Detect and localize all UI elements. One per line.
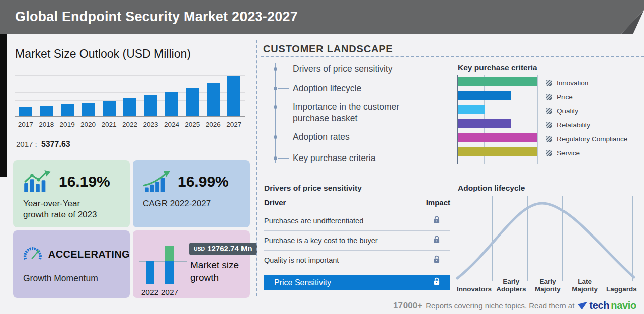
driver-label: Purchase is a key cost to the buyer xyxy=(264,237,378,245)
customer-landscape-title: CUSTOMER LANDSCAPE xyxy=(263,43,393,55)
growth-momentum-card: ACCELERATING Growth Momentum xyxy=(13,230,130,298)
cagr-value: 16.99% xyxy=(178,173,229,190)
key-purchase-criteria-title: Key purchase criteria xyxy=(458,63,537,72)
stage-label: Early Adopters xyxy=(493,278,529,293)
legend-label: Service xyxy=(557,149,580,157)
legend-swatch-icon xyxy=(546,80,552,86)
legend-item: Service xyxy=(546,146,627,160)
year-label: 2020 xyxy=(77,121,98,128)
legend-swatch-icon xyxy=(546,136,552,142)
year-label: 2017 xyxy=(15,121,36,128)
footer-text: Reports covering niche topics. Read them… xyxy=(426,301,574,310)
chart-column xyxy=(99,101,119,116)
legend-swatch-icon xyxy=(546,122,552,128)
cagr-card: 16.99% CAGR 2022-2027 xyxy=(133,160,250,227)
year-2027-label: 2027 xyxy=(158,288,181,297)
year-label: 2022 xyxy=(119,121,140,128)
price-sensitivity-title: Drivers of price sensitivity xyxy=(264,184,362,193)
year-label: 2024 xyxy=(161,121,182,128)
adoption-lifecycle-title: Adoption lifecycle xyxy=(458,184,525,193)
legend-swatch-icon xyxy=(546,108,552,114)
driver-column-header: Driver xyxy=(264,198,286,207)
year-label: 2025 xyxy=(182,121,203,128)
bar-2022 xyxy=(146,261,154,284)
market-size-bars xyxy=(15,75,245,116)
year-label: 2018 xyxy=(36,121,56,128)
growth-label-line1: Market size xyxy=(190,259,239,271)
report-count: 17000+ xyxy=(393,301,422,311)
table-rows: Purchases are undifferentiatedPurchase i… xyxy=(264,211,450,270)
market-size-bar xyxy=(103,101,116,116)
yoy-card-row: 16.19% xyxy=(23,170,130,193)
table-header: Driver Impact xyxy=(264,198,450,211)
driver-label: Purchases are undifferentiated xyxy=(264,217,363,225)
momentum-value: ACCELERATING xyxy=(48,249,130,260)
technavio-arrow-icon xyxy=(578,301,588,310)
legend-label: Quality xyxy=(557,107,578,115)
year-label: 2027 xyxy=(224,121,245,128)
legend-label: Price xyxy=(557,93,573,101)
adoption-lifecycle-chart xyxy=(456,195,640,282)
market-size-bar xyxy=(165,92,178,116)
growth-label-line2: growth xyxy=(190,271,239,284)
growth-mini-chart xyxy=(139,242,189,288)
landscape-list-item: Key purchase criteria xyxy=(274,152,415,164)
key-purchase-criteria-chart xyxy=(457,75,538,164)
chart-column xyxy=(36,106,56,116)
legend-item: Innovation xyxy=(546,75,627,90)
criteria-bar xyxy=(458,91,511,100)
market-size-chart xyxy=(15,75,245,117)
bar-2027-base xyxy=(165,261,174,284)
landscape-list-item: Drivers of price sensitivity xyxy=(274,63,415,75)
market-size-growth-card: 2022 2027 USD12762.74 Mn Market size gro… xyxy=(133,230,250,298)
driver-label: Quality is not important xyxy=(264,256,339,264)
market-size-year-axis: 2017201820192020202120222023202420252026… xyxy=(15,121,245,128)
legend-item: Price xyxy=(546,90,627,104)
market-size-bar xyxy=(19,107,32,116)
stage-label: Laggards xyxy=(603,285,640,293)
yoy-label: Year-over-Year growth rate of 2023 xyxy=(23,198,130,220)
chart-column xyxy=(224,76,245,116)
chart-column xyxy=(119,98,140,116)
legend-label: Regulatory Compliance xyxy=(557,135,627,143)
momentum-label: Growth Momentum xyxy=(23,273,130,284)
chart-column xyxy=(15,107,36,116)
yoy-label-line1: Year-over-Year xyxy=(23,198,130,209)
growth-card-label: Market size growth xyxy=(190,259,239,284)
landscape-list-item: Adoption rates xyxy=(274,131,415,143)
lock-cell xyxy=(423,216,450,226)
price-sensitivity-table: Driver Impact Purchases are undifferenti… xyxy=(264,198,450,290)
market-size-bar xyxy=(186,88,199,116)
page-curl-decoration xyxy=(612,0,644,34)
left-edge-strip xyxy=(0,34,7,177)
chart-column xyxy=(77,103,98,116)
page-title: Global Endpoint Security Market 2023-202… xyxy=(15,0,298,33)
note-value: 5377.63 xyxy=(41,140,70,148)
section-divider xyxy=(256,40,257,296)
landscape-list-item: Importance in the customer purchase bask… xyxy=(274,101,415,124)
criteria-bar xyxy=(458,77,537,86)
stage-label: Late Majority xyxy=(567,278,603,293)
year-label: 2023 xyxy=(140,121,161,128)
stat-cards: 16.19% Year-over-Year growth rate of 202… xyxy=(13,160,250,298)
chart-column xyxy=(161,92,182,116)
legend-label: Innovation xyxy=(557,79,588,87)
chart-column xyxy=(203,83,223,116)
criteria-bar xyxy=(458,147,537,156)
gridline xyxy=(139,246,187,246)
legend-item: Relatability xyxy=(546,118,627,132)
legend-label: Relatability xyxy=(557,121,590,129)
driver-row: Purchase is a key cost to the buyer xyxy=(264,231,450,251)
note-year: 2017 xyxy=(16,140,33,148)
yoy-value: 16.19% xyxy=(59,173,110,190)
speedometer-icon xyxy=(23,245,42,264)
driver-row: Quality is not important xyxy=(264,251,450,270)
criteria-bar xyxy=(458,133,537,142)
criteria-bar xyxy=(458,105,485,114)
lock-icon xyxy=(433,216,440,224)
legend-swatch-icon xyxy=(546,150,552,156)
yoy-growth-card: 16.19% Year-over-Year growth rate of 202… xyxy=(13,160,130,227)
growth-arrow-icon xyxy=(143,170,171,193)
badge-currency: USD xyxy=(194,246,205,252)
driver-row: Purchases are undifferentiated xyxy=(264,211,450,231)
